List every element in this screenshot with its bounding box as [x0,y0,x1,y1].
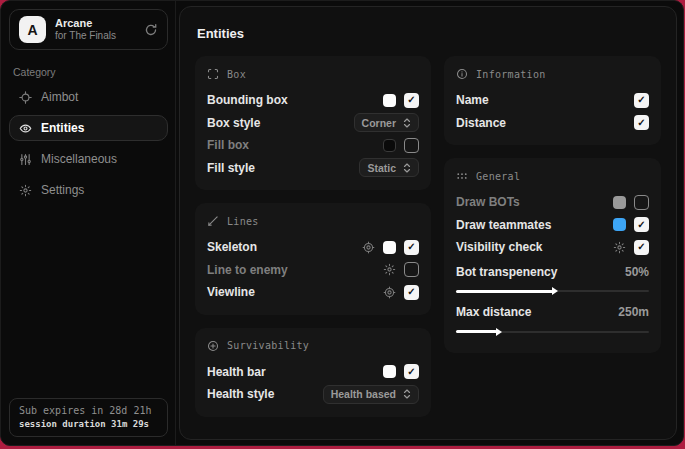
dropdown-value: Static [367,162,396,174]
setting-label: Distance [456,116,506,130]
gear-icon[interactable] [362,241,375,254]
entities-icon [19,122,32,135]
dropdown-value: Corner [362,117,396,129]
setting-row-visibility-check: Visibility check ✓ [456,236,649,259]
setting-row-skeleton: Skeleton ✓ [207,236,419,259]
setting-label: Line to enemy [207,263,288,277]
brand-title: Arcane [55,17,116,30]
max-distance-slider[interactable] [456,331,649,333]
setting-label: Visibility check [456,240,543,254]
session-duration-text: session duration 31m 29s [19,419,158,429]
setting-label: Max distance [456,305,531,319]
setting-label: Viewline [207,285,255,299]
brand-text: Arcane for The Finals [55,17,116,42]
chevron-up-down-icon [403,389,411,399]
brand-logo: A [19,16,46,43]
setting-row-health-bar: Health bar ✓ [207,361,419,384]
card-general: General Draw BOTs ✓ Draw teammates [444,158,661,353]
card-title: General [476,171,520,182]
slider-thumb[interactable] [552,287,558,295]
content-panel: Entities Box [179,6,677,440]
setting-row-line-to-enemy: Line to enemy ✓ [207,259,419,282]
dropdown-value: Health based [331,388,396,400]
checkbox[interactable]: ✓ [634,115,649,130]
checkbox[interactable]: ✓ [634,217,649,232]
sidebar-item-miscellaneous[interactable]: Miscellaneous [9,146,168,172]
slider-fill [456,290,553,293]
sidebar-item-entities[interactable]: Entities [9,115,168,141]
checkbox[interactable]: ✓ [404,262,419,277]
setting-label: Name [456,93,489,107]
sidebar-item-settings[interactable]: Settings [9,177,168,203]
setting-row-fill-style: Fill style Static [207,157,419,180]
card-title: Information [476,69,546,80]
sidebar-item-label: Entities [41,121,84,135]
gear-icon[interactable] [383,263,396,276]
card-title: Lines [227,216,259,227]
checkbox[interactable]: ✓ [404,93,419,108]
setting-label: Fill style [207,161,255,175]
card-title: Box [227,69,246,80]
checkbox[interactable]: ✓ [404,364,419,379]
page-title: Entities [197,26,659,41]
setting-row-box-style: Box style Corner [207,112,419,135]
sidebar-item-aimbot[interactable]: Aimbot [9,84,168,110]
box-style-dropdown[interactable]: Corner [354,113,419,132]
sidebar: A Arcane for The Finals Category [1,1,176,445]
crosshair-icon [19,91,32,104]
checkbox[interactable]: ✓ [634,240,649,255]
checkbox[interactable]: ✓ [404,138,419,153]
health-cross-icon [207,340,219,352]
color-swatch[interactable] [613,218,626,231]
color-swatch[interactable] [613,196,626,209]
checkbox[interactable]: ✓ [634,93,649,108]
setting-row-health-style: Health style Health based [207,383,419,406]
app-window: A Arcane for The Finals Category [0,0,684,446]
color-swatch[interactable] [383,139,396,152]
setting-label: Box style [207,116,260,130]
chevron-up-down-icon [403,118,411,128]
color-swatch[interactable] [383,241,396,254]
sub-expires-text: Sub expires in 28d 21h [19,405,158,416]
fill-style-dropdown[interactable]: Static [359,158,419,177]
line-icon [207,215,219,227]
checkbox[interactable]: ✓ [404,240,419,255]
card-title: Survivability [227,340,309,351]
refresh-icon[interactable] [144,23,158,37]
chevron-up-down-icon [403,163,411,173]
setting-label: Draw teammates [456,218,551,232]
checkbox[interactable]: ✓ [634,195,649,210]
bot-transparency-slider[interactable] [456,290,649,292]
box-corners-icon [207,68,219,80]
checkbox[interactable]: ✓ [404,285,419,300]
color-swatch[interactable] [383,365,396,378]
sidebar-nav: Aimbot Entities [9,84,168,203]
setting-label: Bounding box [207,93,288,107]
gear-icon[interactable] [383,286,396,299]
slider-value: 250m [618,305,649,319]
subscription-box: Sub expires in 28d 21h session duration … [9,398,168,437]
setting-label: Fill box [207,138,249,152]
setting-row-name: Name ✓ [456,89,649,112]
slider-thumb[interactable] [496,328,502,336]
color-swatch[interactable] [383,94,396,107]
brand-subtitle: for The Finals [55,30,116,42]
gear-icon[interactable] [613,241,626,254]
card-lines: Lines Skeleton [195,203,431,315]
setting-label: Draw BOTs [456,195,520,209]
health-style-dropdown[interactable]: Health based [323,385,419,404]
gear-icon [19,184,32,197]
setting-row-bounding-box: Bounding box ✓ [207,89,419,112]
setting-row-distance: Distance ✓ [456,112,649,135]
category-label: Category [13,66,168,78]
setting-row-fill-box: Fill box ✓ [207,134,419,157]
card-box: Box Bounding box ✓ Box style [195,56,431,190]
setting-label: Health bar [207,365,266,379]
sliders-icon [19,153,32,166]
setting-label: Bot transpenency [456,265,557,279]
setting-row-max-distance: Max distance 250m [456,301,649,324]
setting-row-draw-teammates: Draw teammates ✓ [456,214,649,237]
brand-card: A Arcane for The Finals [9,9,168,50]
sidebar-item-label: Aimbot [41,90,78,104]
check-icon: ✓ [407,95,415,105]
